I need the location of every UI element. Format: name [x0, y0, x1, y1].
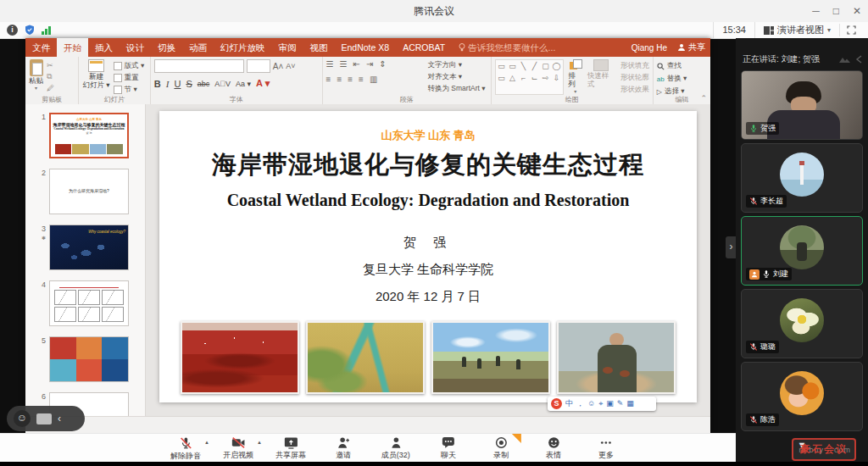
start-video-button[interactable]: 开启视频 ▲	[216, 435, 260, 462]
new-slide-button[interactable]: 新建 幻灯片 ▾	[82, 59, 109, 94]
participant-tile-lichangchao[interactable]: 李长超	[741, 143, 863, 213]
thumbnail-row-3[interactable]: 3✱ Why coastal ecology?	[25, 225, 145, 270]
collapse-ribbon-icon[interactable]: ⌃	[700, 94, 707, 103]
participant-tile-lulu[interactable]: 璐璐	[741, 289, 863, 358]
shape-outline-button[interactable]: 形状轮廓	[620, 73, 649, 83]
thumbnail-row-2[interactable]: 2 为什么研究海岸湿地?	[25, 169, 145, 214]
decrease-indent-icon[interactable]: ⇤	[353, 59, 360, 69]
align-right-icon[interactable]: ≡	[348, 75, 353, 84]
participant-tile-liujian[interactable]: 刘建	[741, 216, 863, 286]
mini-panel-icon[interactable]	[36, 413, 52, 424]
paste-button[interactable]: 粘贴▾	[29, 59, 43, 94]
format-painter-icon[interactable]: 🖉	[47, 84, 54, 92]
numbering-icon[interactable]: ☰	[340, 59, 348, 69]
arrange-button[interactable]: 排列▾	[569, 59, 582, 95]
cut-icon[interactable]: ✂	[47, 61, 54, 69]
tab-acrobat[interactable]: ACROBAT	[396, 38, 452, 57]
font-size-input[interactable]	[247, 59, 270, 73]
char-spacing-button[interactable]: A⃨V	[214, 80, 231, 88]
grow-font-icon[interactable]: A˄	[273, 62, 284, 71]
reaction-smiley-icon[interactable]: ☺	[14, 410, 31, 427]
voice-input-icon[interactable]: ⌖	[598, 397, 603, 411]
account-name[interactable]: Qiang He	[632, 43, 667, 53]
tell-me-box[interactable]: 告诉我您想要做什么...	[452, 38, 562, 57]
shrink-font-icon[interactable]: A˅	[286, 62, 295, 70]
floating-reaction-pill[interactable]: ☺ ‹	[7, 406, 85, 431]
share-screen-button[interactable]: 共享屏幕	[269, 435, 313, 462]
shapes-gallery[interactable]: ▭▭╲╱▢◯▭△⌐⌙⇨⇩	[495, 59, 564, 95]
tab-file[interactable]: 文件	[25, 38, 57, 57]
chat-button[interactable]: 聊天	[426, 435, 470, 462]
emoji-picker-icon[interactable]: ☺	[587, 397, 595, 411]
replace-button[interactable]: ab替换 ▾	[657, 74, 707, 84]
tab-animations[interactable]: 动画	[182, 38, 214, 57]
tab-home[interactable]: 开始	[57, 38, 88, 57]
tab-insert[interactable]: 插入	[88, 38, 120, 57]
minimize-button[interactable]: ─	[812, 5, 820, 17]
change-case-button[interactable]: Aa ▾	[236, 80, 251, 88]
layout-button[interactable]: 版式 ▾	[114, 61, 145, 71]
shape-fill-button[interactable]: 形状填充	[620, 61, 649, 71]
tab-slideshow[interactable]: 幻灯片放映	[214, 38, 272, 57]
reset-button[interactable]: 重置	[114, 73, 145, 83]
collapse-left-icon[interactable]: ‹	[58, 413, 61, 424]
ime-toolbox-icon[interactable]: ▦	[626, 397, 634, 411]
invite-button[interactable]: 邀请	[321, 435, 365, 462]
close-button[interactable]: ✕	[853, 5, 861, 17]
align-center-icon[interactable]: ≡	[337, 75, 342, 84]
tab-view[interactable]: 视图	[303, 38, 335, 57]
justify-icon[interactable]: ≡	[359, 75, 364, 84]
bold-button[interactable]: B	[154, 79, 161, 89]
shape-effects-button[interactable]: 形状效果	[620, 85, 649, 95]
slide-2-thumbnail[interactable]: 为什么研究海岸湿地?	[49, 169, 129, 214]
participant-tile-heqiang[interactable]: 贺强	[741, 70, 863, 140]
fullscreen-icon[interactable]	[840, 25, 863, 35]
more-button[interactable]: 更多	[584, 435, 628, 462]
soft-keyboard-icon[interactable]: ▣	[606, 397, 614, 411]
font-color-button[interactable]: A ▾	[256, 78, 270, 89]
view-mode-selector[interactable]: 演讲者视图 ▾	[755, 24, 840, 36]
mic-options-arrow[interactable]: ▲	[204, 440, 209, 445]
quick-styles-button[interactable]: 快速样式	[587, 59, 615, 95]
section-button[interactable]: 节 ▾	[114, 85, 145, 95]
pop-out-arrow-icon[interactable]	[855, 55, 863, 64]
text-direction-button[interactable]: 文字方向 ▾	[427, 60, 485, 70]
members-button[interactable]: 成员(32)	[374, 435, 418, 462]
thumbnail-row-5[interactable]: 5	[25, 336, 145, 382]
gallery-view-icon[interactable]	[839, 55, 850, 64]
sogou-ime-toolbar[interactable]: S 中 ， ☺ ⌖ ▣ ✎ ▦	[548, 397, 656, 411]
tab-transitions[interactable]: 切换	[151, 38, 182, 57]
font-name-input[interactable]	[154, 59, 244, 73]
align-left-icon[interactable]: ≡	[326, 75, 331, 84]
thumbnail-row-1[interactable]: 1 山东大学 山东 青岛 海岸带湿地退化与修复的关键生态过程 Coastal W…	[25, 113, 145, 158]
security-shield-icon[interactable]	[25, 25, 35, 36]
tab-design[interactable]: 设计	[120, 38, 151, 57]
chinese-mode-icon[interactable]: 中	[565, 397, 573, 411]
slide-3-thumbnail[interactable]: Why coastal ecology?	[49, 225, 129, 270]
meeting-info-icon[interactable]: i	[7, 25, 18, 36]
participant-tile-chenhao[interactable]: 陈浩	[741, 362, 863, 431]
line-spacing-icon[interactable]: ⇕	[379, 59, 386, 69]
slide-1-thumbnail[interactable]: 山东大学 山东 青岛 海岸带湿地退化与修复的关键生态过程 Coastal Wet…	[49, 113, 129, 158]
find-button[interactable]: 查找	[657, 61, 707, 71]
thumbnail-row-4[interactable]: 4	[25, 280, 145, 326]
handwriting-icon[interactable]: ✎	[617, 397, 624, 411]
strikethrough-button[interactable]: S	[186, 79, 192, 89]
unmute-button[interactable]: 解除静音 ▲	[164, 435, 208, 462]
sogou-logo-icon[interactable]: S	[551, 398, 562, 409]
text-shadow-button[interactable]: abc	[198, 80, 210, 88]
slide-4-thumbnail[interactable]	[49, 280, 129, 326]
video-options-arrow[interactable]: ▲	[257, 440, 262, 445]
underline-button[interactable]: U	[174, 79, 181, 89]
record-button[interactable]: 录制	[479, 435, 523, 462]
maximize-button[interactable]: □	[833, 5, 839, 17]
italic-button[interactable]: I	[166, 79, 170, 89]
punctuation-icon[interactable]: ，	[576, 397, 584, 411]
align-text-button[interactable]: 对齐文本 ▾	[427, 72, 485, 82]
emoji-button[interactable]: 表情	[531, 435, 576, 462]
smartart-button[interactable]: 转换为 SmartArt ▾	[427, 84, 485, 94]
bullets-icon[interactable]: ☰	[326, 59, 334, 69]
ppt-share-button[interactable]: 共享	[677, 42, 705, 53]
columns-icon[interactable]: ▥	[370, 75, 377, 84]
copy-icon[interactable]: ⧉	[47, 72, 54, 81]
